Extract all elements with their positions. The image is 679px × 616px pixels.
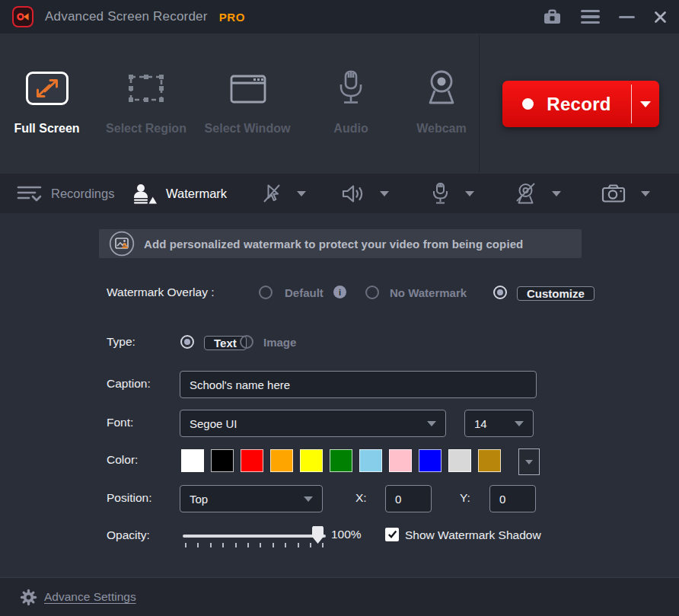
mode-select-window[interactable]: Select Window xyxy=(196,34,299,136)
tab-watermark[interactable]: Watermark xyxy=(132,174,227,213)
footer: Advance Settings xyxy=(0,577,679,616)
color-swatch[interactable] xyxy=(270,449,293,472)
chevron-down-icon xyxy=(515,421,524,426)
chevron-down-icon xyxy=(427,421,436,426)
toolbox-icon[interactable] xyxy=(543,8,562,25)
chevron-down-icon xyxy=(297,191,306,196)
info-icon[interactable]: i xyxy=(333,286,346,298)
position-select[interactable]: Top xyxy=(180,485,323,512)
minimize-icon[interactable] xyxy=(619,16,635,18)
webcam-overlay-dropdown[interactable] xyxy=(515,174,561,213)
color-swatch[interactable] xyxy=(211,449,234,472)
record-label: Record xyxy=(547,94,611,115)
radio-text[interactable] xyxy=(180,335,194,349)
toolbar-divider xyxy=(479,35,480,172)
color-label: Color: xyxy=(107,453,138,467)
mode-label: Audio xyxy=(333,122,368,136)
font-size-select[interactable]: 14 xyxy=(464,410,534,437)
mode-full-screen[interactable]: Full Screen xyxy=(11,34,83,136)
color-swatch[interactable] xyxy=(181,449,204,472)
radio-default-label[interactable]: Default xyxy=(285,286,324,299)
caption-input[interactable] xyxy=(180,371,537,398)
mode-audio[interactable]: Audio xyxy=(320,34,382,136)
cursor-off-icon xyxy=(262,184,282,203)
font-size-value: 14 xyxy=(474,417,487,430)
slider-ticks xyxy=(185,543,324,547)
color-swatch[interactable] xyxy=(330,449,352,472)
recordings-list-icon xyxy=(17,184,42,204)
mode-label: Select Region xyxy=(106,122,186,136)
select-region-icon xyxy=(124,67,168,110)
radio-customize[interactable] xyxy=(493,286,507,299)
color-swatch[interactable] xyxy=(241,449,263,472)
slider-track[interactable] xyxy=(183,535,326,538)
color-more-dropdown[interactable] xyxy=(518,448,540,475)
radio-no-watermark-label[interactable]: No Watermark xyxy=(390,286,467,299)
radio-image-label[interactable]: Image xyxy=(263,336,296,349)
app-title: Advanced Screen Recorder xyxy=(45,9,208,24)
gear-icon xyxy=(20,589,37,606)
color-swatch[interactable] xyxy=(359,449,382,472)
mode-label: Webcam xyxy=(416,122,467,136)
record-button[interactable]: Record xyxy=(502,81,659,127)
slider-handle[interactable] xyxy=(312,526,324,544)
mode-select-region[interactable]: Select Region xyxy=(94,34,198,136)
chevron-down-icon xyxy=(552,191,561,196)
mode-label: Full Screen xyxy=(14,122,79,136)
radio-no-watermark[interactable] xyxy=(365,286,379,299)
menu-icon[interactable] xyxy=(581,6,600,27)
watermark-banner: Add personalized watermark to protect yo… xyxy=(99,229,582,258)
app-window: Advanced Screen Recorder PRO xyxy=(0,0,679,616)
chevron-down-icon xyxy=(525,460,533,464)
check-icon xyxy=(387,530,397,539)
color-swatch[interactable] xyxy=(419,449,442,472)
y-input[interactable] xyxy=(489,485,536,512)
opacity-slider[interactable] xyxy=(183,522,326,548)
screenshot-dropdown[interactable] xyxy=(601,174,650,213)
x-input[interactable] xyxy=(385,485,432,512)
x-label: X: xyxy=(355,491,367,505)
webcam-off-icon xyxy=(515,182,537,206)
system-sound-dropdown[interactable] xyxy=(341,174,389,213)
pro-badge: PRO xyxy=(219,11,245,24)
webcam-icon xyxy=(424,67,459,110)
y-label: Y: xyxy=(460,491,470,505)
mode-label: Select Window xyxy=(205,122,291,136)
position-select-value: Top xyxy=(190,493,208,506)
shadow-checkbox[interactable] xyxy=(385,528,399,541)
titlebar: Advanced Screen Recorder PRO xyxy=(0,0,679,34)
radio-default[interactable] xyxy=(259,286,273,299)
chevron-down-icon xyxy=(465,191,474,196)
chevron-down-icon xyxy=(641,191,650,196)
close-icon[interactable] xyxy=(654,11,667,24)
radio-customize-label[interactable]: Customize xyxy=(517,286,595,301)
mode-webcam[interactable]: Webcam xyxy=(407,34,476,136)
tab-recordings[interactable]: Recordings xyxy=(17,174,114,213)
color-swatch[interactable] xyxy=(448,449,471,472)
chevron-down-icon xyxy=(304,496,313,502)
opacity-value: 100% xyxy=(331,528,362,541)
shadow-checkbox-label[interactable]: Show Watermark Shadow xyxy=(405,528,541,542)
microphone-icon xyxy=(336,67,366,110)
font-select-value: Segoe UI xyxy=(190,417,237,430)
watermark-panel: Add personalized watermark to protect yo… xyxy=(0,213,679,577)
camera-icon xyxy=(601,184,626,203)
cursor-effects-dropdown[interactable] xyxy=(262,174,306,213)
font-select[interactable]: Segoe UI xyxy=(180,410,446,437)
radio-image[interactable] xyxy=(240,335,253,349)
color-swatch[interactable] xyxy=(300,449,323,472)
full-screen-icon xyxy=(26,67,69,110)
chevron-down-icon xyxy=(640,101,651,107)
options-bar: Recordings Watermark xyxy=(0,174,679,213)
position-label: Position: xyxy=(107,491,151,505)
microphone-dropdown[interactable] xyxy=(431,174,474,213)
tab-label: Recordings xyxy=(51,187,114,201)
color-swatch[interactable] xyxy=(389,449,412,472)
caption-label: Caption: xyxy=(107,377,151,391)
record-dropdown-button[interactable] xyxy=(632,81,659,127)
watermark-stamp-icon xyxy=(132,183,157,205)
app-logo-icon xyxy=(12,6,33,27)
color-swatch[interactable] xyxy=(478,449,501,472)
advance-settings-link[interactable]: Advance Settings xyxy=(44,590,136,604)
opacity-label: Opacity: xyxy=(107,528,150,542)
